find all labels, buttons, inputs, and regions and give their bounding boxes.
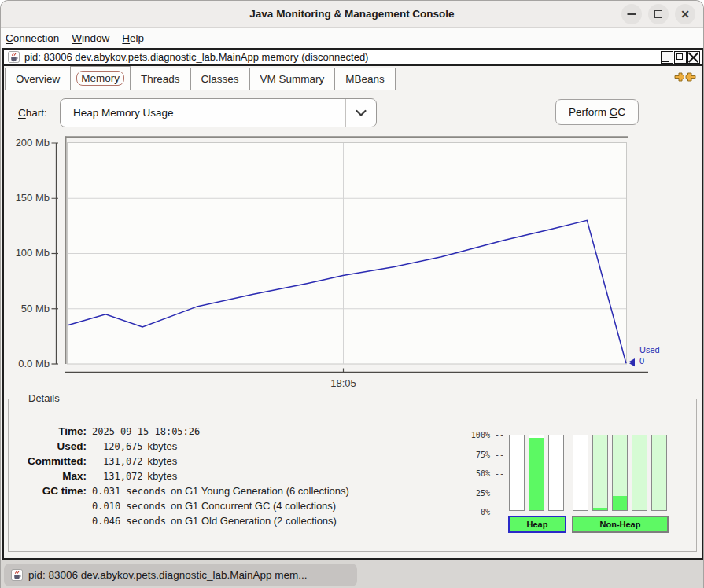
y-axis-tick: 50 Mb xyxy=(1,303,50,314)
y-axis-tick: 0.0 Mb xyxy=(1,358,50,369)
frame-titlebar: pid: 83006 dev.abykov.pets.diagnostic_la… xyxy=(4,50,702,66)
detail-row-committed: Committed:131,072kbytes xyxy=(8,455,349,470)
minimize-icon xyxy=(628,13,636,15)
taskbar: pid: 83006 dev.abykov.pets.diagnostic_la… xyxy=(1,560,703,588)
maximize-icon xyxy=(654,10,662,18)
nonheap-pool-bar xyxy=(573,435,588,511)
legend-arrow-icon xyxy=(629,358,635,365)
frame-title: pid: 83006 dev.abykov.pets.diagnostic_la… xyxy=(24,51,368,63)
chart-select[interactable]: Heap Memory Usage xyxy=(60,98,377,127)
y-axis-tick: 150 Mb xyxy=(1,192,50,204)
memory-usage-chart xyxy=(1,131,704,394)
chart-selector-label: Chart: xyxy=(18,107,47,119)
detail-row-gc-old: 0.046 secondson G1 Old Generation (2 col… xyxy=(8,515,349,530)
y-axis-tick: 200 Mb xyxy=(1,137,50,149)
window-minimize-button[interactable] xyxy=(621,4,642,24)
taskbar-window-label: pid: 83006 dev.abykov.pets.diagnostic_la… xyxy=(28,569,307,581)
tab-memory[interactable]: Memory xyxy=(70,66,131,90)
tab-bar: Overview Memory Threads Classes VM Summa… xyxy=(4,68,702,90)
menu-connection[interactable]: Connection xyxy=(6,30,65,46)
nonheap-pool-button[interactable]: Non-Heap xyxy=(572,516,669,533)
tab-classes[interactable]: Classes xyxy=(190,68,250,90)
details-rows: Time:2025-09-15 18:05:26 Used:120,675kby… xyxy=(8,425,349,530)
used-memory-line xyxy=(68,220,626,363)
pct-tick: 100% -- xyxy=(470,431,504,439)
window-title: Java Monitoring & Management Console xyxy=(1,8,703,20)
tab-threads[interactable]: Threads xyxy=(130,68,191,90)
nonheap-pool-bar xyxy=(632,435,647,511)
x-axis-tick: 18:05 xyxy=(321,377,366,389)
menu-help[interactable]: Help xyxy=(122,30,150,46)
frame-minimize-button[interactable] xyxy=(661,51,673,64)
disconnected-plug-icon xyxy=(674,71,696,83)
chevron-down-icon[interactable] xyxy=(345,99,376,127)
pct-tick: 75% -- xyxy=(470,450,504,459)
perform-gc-button[interactable]: Perform GC xyxy=(555,99,639,125)
menubar: Connection Window Help xyxy=(1,28,703,48)
pct-tick: 25% -- xyxy=(470,489,504,498)
nonheap-pool-bar xyxy=(651,435,667,511)
frame-maximize-button[interactable] xyxy=(674,51,687,64)
frame-maximize-icon xyxy=(676,53,683,60)
menu-window[interactable]: Window xyxy=(72,30,116,46)
java-app-icon xyxy=(8,51,20,63)
taskbar-window-button[interactable]: pid: 83006 dev.abykov.pets.diagnostic_la… xyxy=(4,564,357,586)
heap-pool-bar xyxy=(509,435,525,511)
chart-select-value: Heap Memory Usage xyxy=(61,107,345,119)
java-app-icon xyxy=(11,569,23,581)
series-legend: Used 0 xyxy=(639,345,660,366)
detail-row-used: Used:120,675kbytes xyxy=(8,440,349,455)
frame-close-button[interactable] xyxy=(687,51,700,64)
pct-tick: 0% -- xyxy=(470,508,504,516)
close-icon: ✕ xyxy=(680,9,691,20)
jconsole-window: Java Monitoring & Management Console ✕ C… xyxy=(0,0,704,588)
titlebar: Java Monitoring & Management Console ✕ xyxy=(1,1,703,28)
frame-minimize-icon xyxy=(662,61,669,62)
pct-tick: 50% -- xyxy=(470,469,504,478)
window-close-button[interactable]: ✕ xyxy=(675,4,695,24)
nonheap-pool-bar xyxy=(592,435,608,511)
details-panel-title: Details xyxy=(24,392,64,404)
detail-row-gc-concurrent: 0.010 secondson G1 Concurrent GC (4 coll… xyxy=(8,500,349,515)
heap-pool-bar xyxy=(529,435,544,511)
nonheap-pool-bar xyxy=(612,435,628,511)
detail-row-gc-young: GC time:0.031 secondson G1 Young Generat… xyxy=(8,485,349,500)
window-maximize-button[interactable] xyxy=(648,4,669,24)
tab-mbeans[interactable]: MBeans xyxy=(334,68,396,90)
detail-row-max: Max:131,072kbytes xyxy=(8,470,349,485)
heap-pool-bar xyxy=(548,435,564,511)
detail-row-time: Time:2025-09-15 18:05:26 xyxy=(8,425,349,440)
tab-overview[interactable]: Overview xyxy=(5,68,71,90)
tab-vm-summary[interactable]: VM Summary xyxy=(249,68,336,90)
heap-pool-button[interactable]: Heap xyxy=(508,516,566,533)
y-axis-tick: 100 Mb xyxy=(1,247,50,259)
